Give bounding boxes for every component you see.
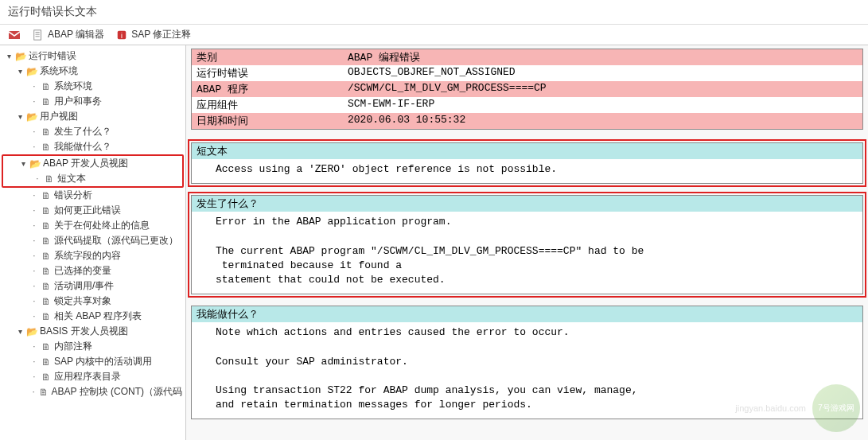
chevron-down-icon: ▾ [3, 52, 14, 60]
document-icon: 🗎 [38, 387, 49, 398]
tree-lock-shared[interactable]: · 🗎 锁定共享对象 [0, 294, 185, 309]
document-icon: 🗎 [40, 356, 53, 368]
document-icon: 🗎 [40, 251, 53, 262]
tree-basis-dev-folder[interactable]: ▾ 📂 BASIS 开发人员视图 [0, 324, 185, 339]
window-title: 运行时错误长文本 [0, 0, 868, 25]
chevron-down-icon: ▾ [14, 67, 25, 76]
section-what-can: 我能做什么？ Note which actions and entries ca… [191, 306, 863, 419]
sap-note-button[interactable]: i SAP 修正注释 [115, 28, 191, 41]
content-area: 类别 ABAP 编程错误 运行时错误 OBJECTS_OBJREF_NOT_AS… [186, 45, 868, 440]
section-what-happened: 发生了什么？ Error in the ABAP application pro… [191, 195, 863, 294]
document-icon: 🗎 [43, 173, 56, 185]
document-icon: 🗎 [40, 205, 53, 216]
tree-short-text[interactable]: · 🗎 短文本 [3, 171, 182, 186]
section-short-text: 短文本 Access using a 'ZERO' object referen… [191, 142, 863, 184]
tree-user-tx[interactable]: · 🗎 用户和事务 [0, 94, 185, 109]
folder-icon: 📂 [29, 158, 41, 169]
chevron-down-icon: ▾ [14, 112, 25, 121]
document-icon: 🗎 [40, 127, 53, 138]
tree-error-analysis[interactable]: · 🗎 错误分析 [0, 188, 185, 203]
section-header: 我能做什么？ [192, 306, 862, 322]
svg-text:i: i [121, 31, 123, 39]
tree-user-view-folder[interactable]: ▾ 📂 用户视图 [0, 109, 185, 124]
tree-kernel-calls[interactable]: · 🗎 SAP 内核中的活动调用 [0, 354, 185, 369]
chevron-down-icon: ▾ [18, 159, 29, 168]
info-row-runtime-error: 运行时错误 OBJECTS_OBJREF_NOT_ASSIGNED [192, 65, 862, 81]
folder-icon: 📂 [14, 51, 27, 62]
tree-app-prog-dir[interactable]: · 🗎 应用程序表目录 [0, 369, 185, 384]
folder-icon: 📂 [25, 111, 38, 123]
sap-note-label: SAP 修正注释 [131, 28, 191, 41]
abap-editor-label: ABAP 编辑器 [48, 28, 104, 41]
document-icon: 🗎 [40, 142, 53, 153]
document-icon: 🗎 [40, 296, 53, 307]
tree-abap-dev-folder[interactable]: ▾ 📂 ABAP 开发人员视图 [3, 156, 182, 171]
tree-source-extract[interactable]: · 🗎 源代码提取（源代码已更改） [0, 233, 185, 248]
document-icon: 🗎 [40, 81, 53, 92]
highlight-abap-dev: ▾ 📂 ABAP 开发人员视图 · 🗎 短文本 [2, 154, 184, 188]
section-header: 发生了什么？ [192, 196, 862, 212]
tree-what-happened[interactable]: · 🗎 发生了什么？ [0, 124, 185, 139]
tree-sys-fields[interactable]: · 🗎 系统字段的内容 [0, 248, 185, 263]
chevron-down-icon: ▾ [14, 327, 25, 336]
tree-internal-notes[interactable]: · 🗎 内部注释 [0, 339, 185, 354]
tree-root[interactable]: ▾ 📂 运行时错误 [0, 49, 185, 64]
mail-icon [8, 29, 21, 41]
tree-abap-prog-list[interactable]: · 🗎 相关 ABAP 程序列表 [0, 309, 185, 324]
document-icon: 🗎 [40, 190, 53, 201]
document-icon: 🗎 [40, 266, 53, 277]
abap-editor-button[interactable]: ABAP 编辑器 [32, 28, 104, 41]
toolbar-mail-button[interactable] [8, 29, 21, 41]
document-icon [32, 29, 45, 41]
info-row-app-component: 应用组件 SCM-EWM-IF-ERP [192, 97, 862, 113]
info-row-date-time: 日期和时间 2020.06.03 10:55:32 [192, 113, 862, 129]
folder-icon: 📂 [25, 326, 38, 337]
tree-sidebar: ▾ 📂 运行时错误 ▾ 📂 系统环境 · 🗎 系统环境 · 🗎 用户和事务 ▾ … [0, 45, 186, 440]
tree-what-can-do[interactable]: · 🗎 我能做什么？ [0, 139, 185, 154]
info-row-abap-program: ABAP 程序 /SCWM/CL_IM_DLV_GM_PROCESS====CP [192, 81, 862, 97]
document-icon: 🗎 [40, 96, 53, 107]
info-table: 类别 ABAP 编程错误 运行时错误 OBJECTS_OBJREF_NOT_AS… [191, 49, 863, 130]
document-icon: 🗎 [40, 341, 53, 352]
tree-sys-env-folder[interactable]: ▾ 📂 系统环境 [0, 64, 185, 79]
tree-abap-cont[interactable]: · 🗎 ABAP 控制块 (CONT)（源代码 [0, 384, 185, 399]
note-icon: i [115, 29, 128, 41]
toolbar: ABAP 编辑器 i SAP 修正注释 [0, 25, 868, 45]
tree-active-calls[interactable]: · 🗎 活动调用/事件 [0, 278, 185, 294]
document-icon: 🗎 [40, 372, 53, 383]
section-body: Error in the ABAP application program. T… [192, 212, 862, 294]
document-icon: 🗎 [40, 220, 53, 232]
document-icon: 🗎 [40, 311, 53, 322]
section-body: Access using a 'ZERO' object reference i… [192, 159, 862, 183]
tree-how-fix[interactable]: · 🗎 如何更正此错误 [0, 203, 185, 218]
tree-sys-env[interactable]: · 🗎 系统环境 [0, 79, 185, 94]
document-icon: 🗎 [40, 281, 53, 292]
tree-where-terminated[interactable]: · 🗎 关于在何处终止的信息 [0, 218, 185, 233]
section-body: Note which actions and entries caused th… [192, 322, 862, 419]
tree-chosen-vars[interactable]: · 🗎 已选择的变量 [0, 263, 185, 278]
svg-rect-0 [34, 29, 41, 39]
folder-icon: 📂 [25, 66, 38, 77]
section-header: 短文本 [192, 143, 862, 159]
info-row-category: 类别 ABAP 编程错误 [192, 49, 862, 65]
document-icon: 🗎 [40, 236, 53, 247]
